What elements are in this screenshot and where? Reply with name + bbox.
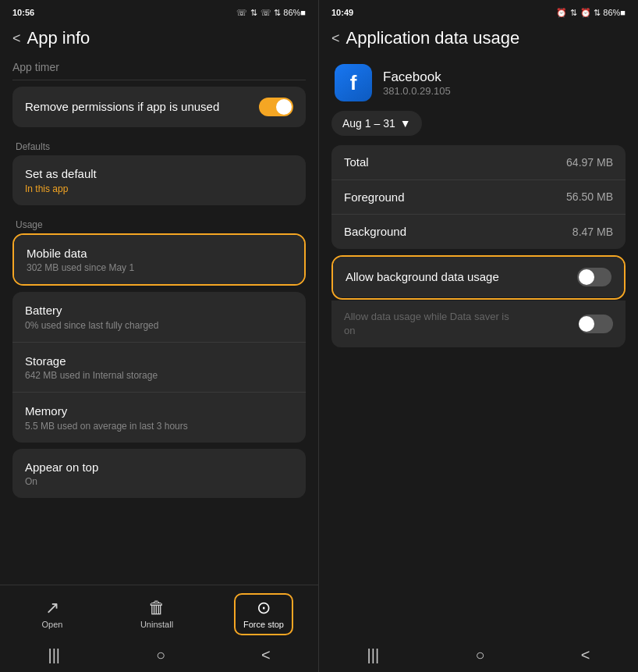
uninstall-action[interactable]: 🗑 Uninstall xyxy=(129,599,184,629)
open-icon: ↗ xyxy=(45,599,59,617)
page-header-left: < App info xyxy=(0,22,318,58)
data-saver-row[interactable]: Allow data usage while Data saver is on xyxy=(331,300,626,347)
set-as-default-row[interactable]: Set as default In this app xyxy=(12,155,306,205)
data-usage-table: Total 64.97 MB Foreground 56.50 MB Backg… xyxy=(331,145,626,249)
app-timer-label: App timer xyxy=(12,58,306,80)
memory-title: Memory xyxy=(25,404,293,419)
force-stop-label: Force stop xyxy=(243,620,284,629)
chevron-down-icon: ▼ xyxy=(400,117,411,130)
page-header-right: < Application data usage xyxy=(319,22,638,58)
remove-permissions-card: Remove permissions if app is unused xyxy=(12,87,306,127)
date-range-button[interactable]: Aug 1 – 31 ▼ xyxy=(331,111,422,136)
status-icons-left: ☏ ⇅ ☏ ⇅ 86%■ xyxy=(236,8,306,18)
appear-on-top-text: Appear on top On xyxy=(25,460,293,488)
status-icons-right: ⏰ ⇅ ⏰ ⇅ 86%■ xyxy=(556,8,626,18)
background-row: Background 8.47 MB xyxy=(331,214,626,249)
set-as-default-card: Set as default In this app xyxy=(12,155,306,205)
page-title-right: Application data usage xyxy=(346,28,520,48)
allow-background-toggle[interactable] xyxy=(577,268,611,286)
back-arrow-left[interactable]: < xyxy=(12,30,21,47)
uninstall-label: Uninstall xyxy=(140,620,173,629)
mobile-data-text: Mobile data 302 MB used since May 1 xyxy=(27,246,292,274)
home-nav-right[interactable]: ○ xyxy=(475,646,484,664)
remove-permissions-toggle[interactable] xyxy=(259,98,293,116)
status-bar-right: 10:49 ⏰ ⇅ ⏰ ⇅ 86%■ xyxy=(319,0,638,22)
nav-bar-left: ||| ○ < xyxy=(0,640,318,672)
memory-row[interactable]: Memory 5.5 MB used on average in last 3 … xyxy=(12,392,306,443)
recents-nav-left[interactable]: ||| xyxy=(48,646,60,664)
mobile-data-subtitle: 302 MB used since May 1 xyxy=(27,262,292,273)
recents-nav-right[interactable]: ||| xyxy=(367,646,380,664)
mobile-data-row[interactable]: Mobile data 302 MB used since May 1 xyxy=(14,235,304,285)
status-bar-left: 10:56 ☏ ⇅ ☏ ⇅ 86%■ xyxy=(0,0,318,22)
allow-background-title: Allow background data usage xyxy=(346,269,499,285)
storage-title: Storage xyxy=(25,354,293,369)
remove-permissions-text: Remove permissions if app is unused xyxy=(25,99,259,115)
set-as-default-subtitle: In this app xyxy=(25,183,293,194)
foreground-row: Foreground 56.50 MB xyxy=(331,180,626,215)
data-saver-toggle[interactable] xyxy=(579,315,613,333)
storage-row[interactable]: Storage 642 MB used in Internal storage xyxy=(12,342,306,393)
mobile-data-card: Mobile data 302 MB used since May 1 xyxy=(14,235,304,285)
remove-permissions-title: Remove permissions if app is unused xyxy=(25,99,259,115)
battery-row[interactable]: Battery 0% used since last fully charged xyxy=(12,292,306,342)
defaults-section-label: Defaults xyxy=(12,133,306,155)
toggle-knob xyxy=(276,99,292,115)
foreground-label: Foreground xyxy=(344,190,405,205)
force-stop-icon: ⊙ xyxy=(257,599,271,617)
battery-subtitle: 0% used since last fully charged xyxy=(25,320,293,331)
back-nav-right[interactable]: < xyxy=(581,646,590,664)
right-content: f Facebook 381.0.0.29.105 Aug 1 – 31 ▼ T… xyxy=(319,58,638,640)
open-action[interactable]: ↗ Open xyxy=(25,599,80,629)
app-info-header: f Facebook 381.0.0.29.105 xyxy=(331,58,626,111)
storage-subtitle: 642 MB used in Internal storage xyxy=(25,370,293,381)
appear-on-top-card: Appear on top On xyxy=(12,449,306,499)
allow-background-highlight: Allow background data usage xyxy=(331,255,626,300)
left-content: App timer Remove permissions if app is u… xyxy=(0,58,318,585)
home-nav-left[interactable]: ○ xyxy=(156,646,165,664)
allow-background-row[interactable]: Allow background data usage xyxy=(333,257,624,297)
uninstall-icon: 🗑 xyxy=(148,599,165,617)
toggle-knob-bg xyxy=(579,269,594,285)
app-name: Facebook xyxy=(383,69,451,85)
wifi-icon-right: ⇅ xyxy=(570,8,577,18)
back-arrow-right[interactable]: < xyxy=(331,30,340,47)
action-bar: ↗ Open 🗑 Uninstall ⊙ Force stop xyxy=(0,585,318,640)
left-phone-screen: 10:56 ☏ ⇅ ☏ ⇅ 86%■ < App info App timer … xyxy=(0,0,319,672)
nav-bar-right: ||| ○ < xyxy=(319,640,638,672)
mobile-data-highlight: Mobile data 302 MB used since May 1 xyxy=(12,233,306,286)
background-value: 8.47 MB xyxy=(572,226,613,238)
wifi-icon: ⇅ xyxy=(250,8,257,18)
force-stop-action[interactable]: ⊙ Force stop xyxy=(234,593,293,635)
page-title-left: App info xyxy=(27,28,90,48)
battery-left: ☏ ⇅ 86%■ xyxy=(261,8,306,18)
usage-section-label: Usage xyxy=(12,212,306,233)
appear-on-top-row[interactable]: Appear on top On xyxy=(12,449,306,499)
memory-subtitle: 5.5 MB used on average in last 3 hours xyxy=(25,421,293,432)
date-range-text: Aug 1 – 31 xyxy=(342,117,395,130)
remove-permissions-row[interactable]: Remove permissions if app is unused xyxy=(12,87,306,127)
total-value: 64.97 MB xyxy=(566,156,613,169)
appear-on-top-subtitle: On xyxy=(25,476,293,487)
signal-icon: ☏ xyxy=(236,8,247,18)
open-label: Open xyxy=(42,620,63,629)
storage-text: Storage 642 MB used in Internal storage xyxy=(25,354,293,382)
set-as-default-text: Set as default In this app xyxy=(25,166,293,194)
app-meta: Facebook 381.0.0.29.105 xyxy=(383,69,451,97)
total-row: Total 64.97 MB xyxy=(331,145,626,180)
set-as-default-title: Set as default xyxy=(25,166,293,182)
back-nav-left[interactable]: < xyxy=(261,646,271,664)
right-phone-screen: 10:49 ⏰ ⇅ ⏰ ⇅ 86%■ < Application data us… xyxy=(319,0,638,672)
memory-text: Memory 5.5 MB used on average in last 3 … xyxy=(25,404,293,432)
background-label: Background xyxy=(344,224,406,240)
usage-items-card: Battery 0% used since last fully charged… xyxy=(12,292,306,443)
foreground-value: 56.50 MB xyxy=(566,190,613,203)
battery-text: Battery 0% used since last fully charged xyxy=(25,303,293,331)
app-icon-facebook: f xyxy=(335,64,372,101)
time-right: 10:49 xyxy=(331,8,353,17)
total-label: Total xyxy=(344,155,369,170)
app-version: 381.0.0.29.105 xyxy=(383,85,451,97)
toggle-knob-saver xyxy=(579,316,594,332)
alarm-icon: ⏰ xyxy=(556,8,567,18)
battery-right: ⏰ ⇅ 86%■ xyxy=(580,8,626,18)
